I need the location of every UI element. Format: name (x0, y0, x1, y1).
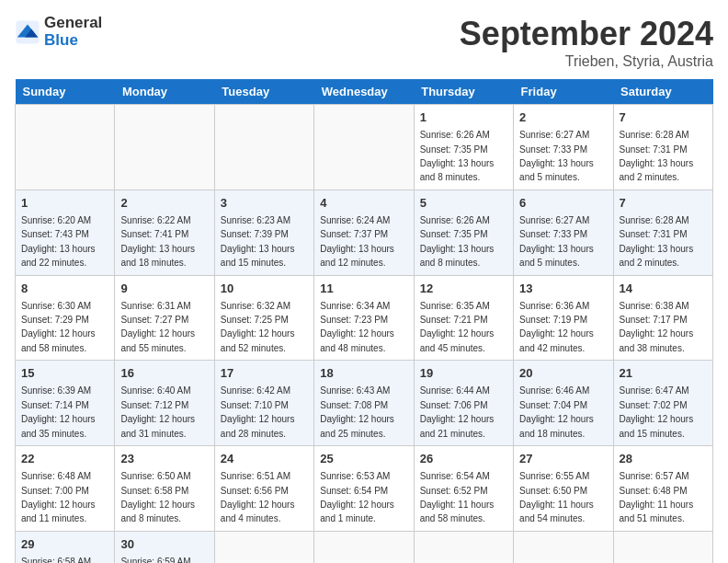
day-detail: Sunrise: 6:28 AM Sunset: 7:31 PM Dayligh… (620, 215, 694, 268)
day-detail: Sunrise: 6:31 AM Sunset: 7:27 PM Dayligh… (120, 301, 195, 353)
calendar-cell: 7Sunrise: 6:28 AM Sunset: 7:31 PM Daylig… (613, 190, 712, 275)
calendar-cell: 23Sunrise: 6:50 AM Sunset: 6:58 PM Dayli… (115, 446, 214, 532)
day-detail: Sunrise: 6:39 AM Sunset: 7:14 PM Dayligh… (21, 385, 96, 438)
day-detail: Sunrise: 6:22 AM Sunset: 7:41 PM Dayligh… (120, 215, 195, 268)
day-detail: Sunrise: 6:26 AM Sunset: 7:35 PM Dayligh… (420, 130, 495, 182)
day-detail: Sunrise: 6:58 AM Sunset: 6:46 PM Dayligh… (21, 557, 96, 563)
day-detail: Sunrise: 6:26 AM Sunset: 7:35 PM Dayligh… (420, 215, 495, 268)
calendar-cell: 30Sunrise: 6:59 AM Sunset: 6:44 PM Dayli… (115, 531, 214, 563)
day-detail: Sunrise: 6:40 AM Sunset: 7:12 PM Dayligh… (120, 385, 195, 438)
day-number: 13 (519, 281, 607, 297)
calendar-week-row: 1Sunrise: 6:20 AM Sunset: 7:43 PM Daylig… (16, 190, 713, 275)
day-detail: Sunrise: 6:48 AM Sunset: 7:00 PM Dayligh… (21, 471, 96, 523)
calendar-cell: 19Sunrise: 6:44 AM Sunset: 7:06 PM Dayli… (414, 361, 513, 446)
day-detail: Sunrise: 6:42 AM Sunset: 7:10 PM Dayligh… (221, 385, 295, 438)
calendar-cell: 17Sunrise: 6:42 AM Sunset: 7:10 PM Dayli… (214, 361, 313, 446)
calendar-cell: 27Sunrise: 6:55 AM Sunset: 6:50 PM Dayli… (514, 446, 613, 532)
calendar-cell: 8Sunrise: 6:30 AM Sunset: 7:29 PM Daylig… (16, 275, 115, 361)
day-detail: Sunrise: 6:35 AM Sunset: 7:21 PM Dayligh… (420, 301, 495, 353)
weekday-header-row: SundayMondayTuesdayWednesdayThursdayFrid… (16, 79, 713, 105)
calendar-cell: 20Sunrise: 6:46 AM Sunset: 7:04 PM Dayli… (514, 361, 613, 446)
weekday-header-tuesday: Tuesday (214, 79, 313, 105)
calendar-week-row: 8Sunrise: 6:30 AM Sunset: 7:29 PM Daylig… (16, 275, 713, 361)
calendar-cell: 13Sunrise: 6:36 AM Sunset: 7:19 PM Dayli… (514, 275, 613, 361)
day-detail: Sunrise: 6:36 AM Sunset: 7:19 PM Dayligh… (519, 301, 594, 353)
day-number: 15 (21, 365, 108, 382)
calendar-cell: 7Sunrise: 6:28 AM Sunset: 7:31 PM Daylig… (613, 105, 712, 190)
calendar-cell: 2Sunrise: 6:27 AM Sunset: 7:33 PM Daylig… (514, 105, 613, 190)
day-number: 16 (120, 365, 208, 382)
day-number: 21 (620, 365, 707, 382)
day-number: 4 (320, 195, 407, 212)
logo-text-blue: Blue (44, 32, 102, 50)
day-number: 29 (21, 536, 108, 553)
day-number: 7 (620, 109, 707, 126)
calendar-cell: 4Sunrise: 6:24 AM Sunset: 7:37 PM Daylig… (314, 190, 414, 275)
calendar-cell: 14Sunrise: 6:38 AM Sunset: 7:17 PM Dayli… (613, 275, 712, 361)
day-number: 5 (420, 195, 507, 212)
day-detail: Sunrise: 6:50 AM Sunset: 6:58 PM Dayligh… (120, 471, 195, 523)
day-number: 23 (120, 451, 208, 467)
calendar-cell: 6Sunrise: 6:27 AM Sunset: 7:33 PM Daylig… (514, 190, 613, 275)
day-detail: Sunrise: 6:30 AM Sunset: 7:29 PM Dayligh… (21, 301, 96, 353)
calendar-cell (16, 105, 115, 190)
day-number: 8 (21, 281, 108, 297)
day-number: 19 (420, 365, 507, 382)
day-number: 28 (620, 451, 707, 467)
day-detail: Sunrise: 6:27 AM Sunset: 7:33 PM Dayligh… (519, 130, 594, 182)
day-number: 7 (620, 195, 707, 212)
day-number: 6 (519, 195, 607, 212)
calendar-cell (613, 531, 712, 563)
day-detail: Sunrise: 6:24 AM Sunset: 7:37 PM Dayligh… (320, 215, 394, 268)
day-number: 14 (620, 281, 707, 297)
calendar-cell: 22Sunrise: 6:48 AM Sunset: 7:00 PM Dayli… (16, 446, 115, 532)
calendar-cell: 15Sunrise: 6:39 AM Sunset: 7:14 PM Dayli… (16, 361, 115, 446)
month-title: September 2024 (460, 15, 713, 53)
calendar-cell: 18Sunrise: 6:43 AM Sunset: 7:08 PM Dayli… (314, 361, 414, 446)
day-detail: Sunrise: 6:51 AM Sunset: 6:56 PM Dayligh… (221, 471, 295, 523)
day-number: 9 (120, 281, 208, 297)
logo: General Blue (15, 15, 102, 49)
page-header: General Blue September 2024 Trieben, Sty… (15, 15, 713, 70)
day-number: 18 (320, 365, 407, 382)
calendar-cell: 2Sunrise: 6:22 AM Sunset: 7:41 PM Daylig… (115, 190, 214, 275)
calendar-cell: 1Sunrise: 6:20 AM Sunset: 7:43 PM Daylig… (16, 190, 115, 275)
day-detail: Sunrise: 6:53 AM Sunset: 6:54 PM Dayligh… (320, 471, 394, 523)
day-number: 24 (221, 451, 308, 467)
day-number: 22 (21, 451, 108, 467)
weekday-header-saturday: Saturday (613, 79, 712, 105)
day-detail: Sunrise: 6:55 AM Sunset: 6:50 PM Dayligh… (519, 471, 594, 523)
day-number: 17 (221, 365, 308, 382)
calendar-week-row: 29Sunrise: 6:58 AM Sunset: 6:46 PM Dayli… (16, 531, 713, 563)
calendar-cell (115, 105, 214, 190)
calendar-week-row: 22Sunrise: 6:48 AM Sunset: 7:00 PM Dayli… (16, 446, 713, 532)
day-number: 3 (221, 195, 308, 212)
location-subtitle: Trieben, Styria, Austria (460, 53, 713, 70)
calendar-week-row: 15Sunrise: 6:39 AM Sunset: 7:14 PM Dayli… (16, 361, 713, 446)
day-detail: Sunrise: 6:38 AM Sunset: 7:17 PM Dayligh… (620, 301, 694, 353)
day-detail: Sunrise: 6:23 AM Sunset: 7:39 PM Dayligh… (221, 215, 295, 268)
day-detail: Sunrise: 6:20 AM Sunset: 7:43 PM Dayligh… (21, 215, 96, 268)
day-number: 25 (320, 451, 407, 467)
calendar-cell: 21Sunrise: 6:47 AM Sunset: 7:02 PM Dayli… (613, 361, 712, 446)
day-detail: Sunrise: 6:34 AM Sunset: 7:23 PM Dayligh… (320, 301, 394, 353)
calendar-cell: 9Sunrise: 6:31 AM Sunset: 7:27 PM Daylig… (115, 275, 214, 361)
calendar-cell: 16Sunrise: 6:40 AM Sunset: 7:12 PM Dayli… (115, 361, 214, 446)
calendar-cell: 5Sunrise: 6:26 AM Sunset: 7:35 PM Daylig… (414, 190, 513, 275)
weekday-header-wednesday: Wednesday (314, 79, 414, 105)
day-detail: Sunrise: 6:27 AM Sunset: 7:33 PM Dayligh… (519, 215, 594, 268)
calendar-cell (414, 531, 513, 563)
logo-text-general: General (44, 15, 102, 32)
day-detail: Sunrise: 6:28 AM Sunset: 7:31 PM Dayligh… (620, 130, 694, 182)
day-number: 1 (420, 109, 507, 126)
weekday-header-sunday: Sunday (16, 79, 115, 105)
weekday-header-monday: Monday (115, 79, 214, 105)
day-detail: Sunrise: 6:57 AM Sunset: 6:48 PM Dayligh… (620, 471, 694, 523)
day-number: 2 (120, 195, 208, 212)
weekday-header-thursday: Thursday (414, 79, 513, 105)
calendar-cell: 11Sunrise: 6:34 AM Sunset: 7:23 PM Dayli… (314, 275, 414, 361)
calendar-cell: 1Sunrise: 6:26 AM Sunset: 7:35 PM Daylig… (414, 105, 513, 190)
day-number: 30 (120, 536, 208, 553)
day-detail: Sunrise: 6:59 AM Sunset: 6:44 PM Dayligh… (120, 557, 195, 563)
day-number: 10 (221, 281, 308, 297)
